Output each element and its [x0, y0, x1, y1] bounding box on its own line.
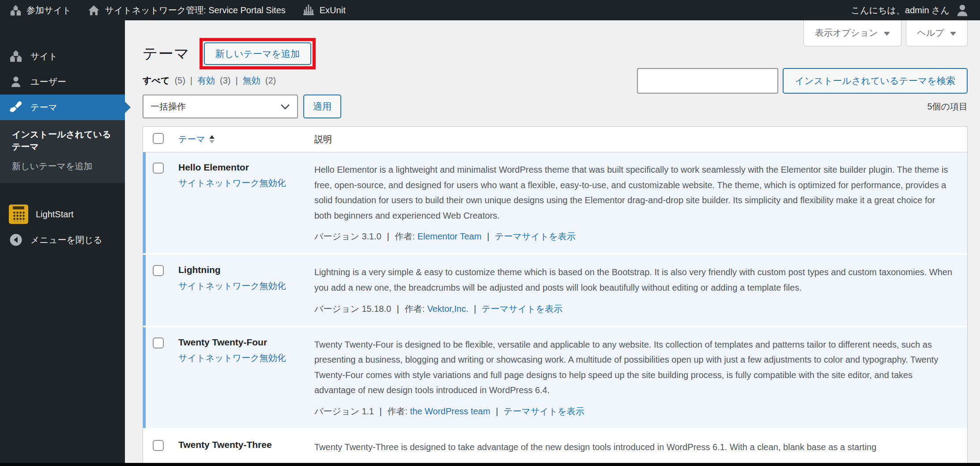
add-new-theme-button[interactable]: 新しいテーマを追加 — [204, 42, 311, 65]
theme-description: Hello Elementor is a lightweight and min… — [314, 162, 954, 223]
row-checkbox[interactable] — [153, 163, 164, 174]
multisite-icon — [10, 4, 22, 16]
theme-name: Hello Elementor — [178, 161, 308, 173]
themes-table-body: Hello Elementor サイトネットワーク無効化 Hello Eleme… — [143, 152, 967, 466]
column-header-theme[interactable]: テーマ — [178, 133, 314, 145]
bulk-actions-select[interactable]: 一括操作 — [143, 95, 298, 118]
theme-author-link[interactable]: Vektor,Inc. — [427, 304, 468, 314]
theme-meta: バージョン 15.18.0 | 作者: Vektor,Inc. | テーマサイト… — [314, 303, 954, 315]
meta-separator: | — [377, 406, 385, 416]
chevron-down-icon — [884, 32, 890, 36]
sort-icons — [209, 135, 215, 144]
theme-site-link[interactable]: テーマサイトを表示 — [504, 406, 584, 416]
adminbar-account[interactable]: こんにちは、admin さん — [851, 3, 969, 17]
filter-all[interactable]: すべて — [143, 75, 170, 87]
wordpress-network-admin-screen: 参加サイト サイトネットワーク管理: Service Portal Sites … — [0, 0, 980, 466]
theme-meta: バージョン 1.1 | 作者: the WordPress team | テーマ… — [314, 405, 954, 417]
network-disable-link[interactable]: サイトネットワーク無効化 — [178, 177, 308, 189]
content-area: 表示オプション ヘルプ テーマ 新しいテーマを追加 インストールされているテーマ… — [125, 20, 980, 466]
theme-version: バージョン 1.1 — [314, 406, 374, 416]
theme-author-link[interactable]: the WordPress team — [410, 406, 490, 416]
help-label: ヘルプ — [917, 27, 944, 39]
sidebar-item-themes[interactable]: テーマ — [0, 95, 125, 120]
theme-author-link[interactable]: Elementor Team — [417, 231, 481, 241]
chevron-down-icon — [950, 32, 956, 36]
lightstart-icon — [9, 205, 28, 224]
submenu-installed-themes[interactable]: インストールされているテーマ — [12, 128, 113, 153]
sort-desc-icon — [209, 140, 215, 144]
theme-site-link[interactable]: テーマサイトを表示 — [495, 231, 576, 241]
theme-site-link[interactable]: テーマサイトを表示 — [482, 304, 562, 314]
appearance-brush-icon — [9, 101, 23, 114]
table-row: Lightning サイトネットワーク無効化 Lightning is a ve… — [143, 255, 967, 327]
adminbar-exunit-label: ExUnit — [320, 5, 346, 15]
filter-enabled-count: (3) — [220, 76, 230, 86]
meta-separator: | — [493, 406, 501, 416]
sidebar-collapse-menu[interactable]: メニューを閉じる — [0, 227, 125, 253]
filter-separator: | — [236, 76, 238, 86]
sidebar-item-sites[interactable]: サイト — [0, 43, 125, 69]
home-icon — [88, 4, 100, 16]
submenu-add-new-theme[interactable]: 新しいテーマを追加 — [12, 160, 113, 172]
network-disable-link[interactable]: サイトネットワーク無効化 — [178, 280, 308, 292]
adminbar-network-admin-label: サイトネットワーク管理: Service Portal Sites — [105, 4, 285, 16]
row-checkbox[interactable] — [153, 440, 164, 451]
sort-asc-icon — [209, 135, 215, 139]
adminbar-my-sites[interactable]: 参加サイト — [10, 4, 71, 16]
admin-bar: 参加サイト サイトネットワーク管理: Service Portal Sites … — [0, 0, 980, 20]
collapse-arrow-icon — [9, 233, 23, 246]
theme-search-group: インストールされているテーマを検索 — [637, 68, 968, 94]
theme-version: バージョン 3.1.0 — [314, 231, 381, 241]
user-avatar-icon — [955, 3, 969, 17]
adminbar-exunit[interactable]: ExUnit — [302, 4, 346, 16]
filter-disabled[interactable]: 無効 — [243, 75, 260, 87]
sidebar-separator — [0, 183, 125, 201]
theme-name: Twenty Twenty-Three — [178, 439, 308, 451]
network-disable-link[interactable]: サイトネットワーク無効化 — [178, 352, 308, 364]
theme-description: Lightning is a very simple & easy to cus… — [314, 265, 954, 295]
row-checkbox[interactable] — [153, 337, 164, 349]
admin-menu-sidebar: サイト ユーザー テーマ — [0, 20, 125, 466]
theme-author-label: 作者: — [395, 231, 415, 241]
items-count: 5個の項目 — [927, 101, 968, 113]
theme-author-label: 作者: — [405, 304, 425, 314]
themes-submenu: インストールされているテーマ 新しいテーマを追加 — [0, 120, 125, 183]
theme-meta: バージョン 3.1.0 | 作者: Elementor Team | テーマサイ… — [314, 231, 954, 242]
sidebar-collapse-label: メニューを閉じる — [30, 234, 102, 246]
theme-name: Lightning — [178, 264, 308, 276]
select-all-checkbox[interactable] — [153, 133, 164, 144]
theme-version: バージョン 15.18.0 — [314, 304, 391, 314]
filter-disabled-count: (2) — [265, 76, 276, 86]
theme-author-label: 作者: — [388, 406, 408, 416]
sidebar-item-lightstart[interactable]: LightStart — [0, 201, 125, 227]
meta-separator: | — [384, 231, 392, 241]
annotation-red-box: 新しいテーマを追加 — [200, 38, 316, 69]
search-installed-themes-button[interactable]: インストールされているテーマを検索 — [783, 68, 968, 94]
screen-options-button[interactable]: 表示オプション — [803, 20, 901, 46]
help-button[interactable]: ヘルプ — [906, 20, 968, 46]
apply-button[interactable]: 適用 — [303, 95, 341, 118]
filter-separator: | — [190, 76, 192, 86]
filter-all-count: (5) — [174, 76, 185, 86]
bulk-actions-selected-value: 一括操作 — [151, 101, 186, 113]
column-header-description: 説明 — [314, 133, 967, 145]
sidebar-item-users[interactable]: ユーザー — [0, 69, 125, 95]
chevron-down-icon — [280, 104, 290, 110]
users-icon — [9, 75, 23, 88]
page-title: テーマ — [143, 44, 190, 64]
exunit-icon — [302, 4, 315, 16]
sidebar-item-themes-label: テーマ — [30, 102, 57, 114]
row-checkbox[interactable] — [153, 265, 164, 276]
adminbar-greeting: こんにちは、admin さん — [851, 4, 950, 16]
sidebar-item-users-label: ユーザー — [30, 76, 66, 88]
table-row: Hello Elementor サイトネットワーク無効化 Hello Eleme… — [143, 152, 967, 255]
list-table-toolbar: 一括操作 適用 5個の項目 — [143, 95, 968, 118]
search-input[interactable] — [637, 68, 778, 94]
adminbar-network-admin[interactable]: サイトネットワーク管理: Service Portal Sites — [88, 4, 285, 16]
sidebar-item-sites-label: サイト — [30, 50, 57, 62]
screen-meta: 表示オプション ヘルプ — [803, 20, 968, 46]
meta-separator: | — [484, 231, 492, 241]
column-header-theme-label: テーマ — [178, 133, 205, 145]
screen-options-label: 表示オプション — [815, 27, 878, 39]
filter-enabled[interactable]: 有効 — [197, 75, 215, 87]
